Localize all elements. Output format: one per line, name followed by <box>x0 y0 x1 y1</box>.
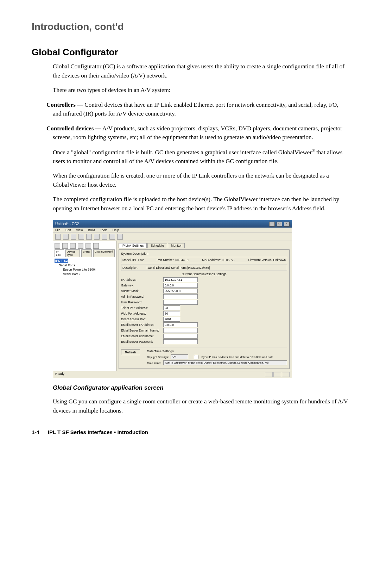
menu-view[interactable]: View <box>76 228 83 232</box>
toolbar-icon[interactable] <box>71 234 76 240</box>
sync-checkbox[interactable] <box>194 355 198 359</box>
close-icon[interactable]: × <box>284 222 290 227</box>
paragraph: The completed configuration file is uplo… <box>53 195 348 213</box>
toolbar-icon[interactable] <box>78 234 84 240</box>
paragraph: There are two types of devices in an A/V… <box>53 86 348 95</box>
gc-screenshot: Untitled* - GC2 _ □ × File Edit View Bui… <box>53 220 292 378</box>
toolbar-icon[interactable] <box>55 234 61 240</box>
menu-edit[interactable]: Edit <box>65 228 71 232</box>
direct-port-field[interactable]: 2001 <box>163 317 180 322</box>
status-text: Ready <box>55 372 64 377</box>
direct-port-label: Direct Access Port: <box>121 317 163 321</box>
subnet-label: Subnet Mask: <box>121 289 163 293</box>
closing-content: Using GC you can configure a single room… <box>53 397 348 415</box>
left-toolbar-icon[interactable] <box>93 243 99 249</box>
daylight-select[interactable]: Off <box>171 354 188 359</box>
window-buttons: _ □ × <box>268 221 290 227</box>
subnet-field[interactable]: 255.255.0.0 <box>163 289 198 293</box>
user-pw-label: User Password: <box>121 301 163 304</box>
ip-label: IP Address: <box>121 278 163 281</box>
left-tabs: IP Link Device Type Brand GlobalViewer® <box>55 249 115 257</box>
window-titlebar: Untitled* - GC2 _ □ × <box>53 220 292 228</box>
menu-tools[interactable]: Tools <box>100 228 107 232</box>
comm-settings-header: Current Communications Settings <box>121 272 287 276</box>
toolbar-icon[interactable] <box>86 234 92 240</box>
maximize-icon[interactable]: □ <box>277 222 282 227</box>
admin-pw-field[interactable] <box>163 294 198 299</box>
paragraph: Once a "global" configuration file is bu… <box>53 148 348 166</box>
left-toolbar-icon[interactable] <box>55 243 60 249</box>
page-number: 1-4 <box>32 429 39 435</box>
left-toolbar-icon[interactable] <box>86 243 91 249</box>
paragraph: Using GC you can configure a single room… <box>53 397 348 415</box>
tab-brand[interactable]: Brand <box>81 249 91 257</box>
telnet-field[interactable]: 23 <box>163 305 180 310</box>
ip-field[interactable]: 10.13.197.61 <box>163 277 198 282</box>
right-panel: IP Link Settings Schedule Monitor System… <box>116 241 292 371</box>
minimize-icon[interactable]: _ <box>269 222 275 227</box>
intro-content: Global Configurator (GC) is a software a… <box>53 62 348 213</box>
email-ip-label: EMail Server IP Address: <box>121 323 163 327</box>
menu-build[interactable]: Build <box>88 228 95 232</box>
menu-help[interactable]: Help <box>113 228 119 232</box>
toolbar-icon[interactable] <box>117 234 123 240</box>
telnet-label: Telnet Port Address: <box>121 306 163 310</box>
email-domain-field[interactable] <box>163 328 198 333</box>
toolbar <box>53 233 292 241</box>
device-tree: IPL T S2 Serial Ports Epson PowerLite 61… <box>55 259 115 276</box>
statusbar: Ready <box>53 371 292 378</box>
tab-monitor[interactable]: Monitor <box>168 243 185 248</box>
tab-devicetype[interactable]: Device Type <box>65 249 80 257</box>
paragraph: Global Configurator (GC) is a software a… <box>53 62 348 80</box>
left-panel: IP Link Device Type Brand GlobalViewer® … <box>53 241 116 371</box>
timezone-label: Time Zone: <box>147 361 161 365</box>
web-port-label: Web Port Address: <box>121 312 163 315</box>
datetime-section: Refresh Date/Time Settings Daylight Savi… <box>121 347 287 366</box>
email-pw-label: EMail Server Password: <box>121 340 163 343</box>
sync-label: Sync IP Link device's time and date to P… <box>201 355 273 359</box>
tree-item[interactable]: Serial Ports <box>59 263 115 268</box>
gateway-field[interactable]: 0.0.0.0 <box>163 283 198 288</box>
web-port-field[interactable]: 80 <box>163 311 180 316</box>
tab-globalviewer[interactable]: GlobalViewer® <box>93 249 115 257</box>
toolbar-icon[interactable] <box>102 234 107 240</box>
tree-item[interactable]: Serial Port 2 <box>63 272 115 277</box>
email-pw-field[interactable] <box>163 339 198 344</box>
footer-text: IPL T SF Series Interfaces • Introductio… <box>48 429 148 435</box>
menu-file[interactable]: File <box>55 228 61 232</box>
definition-controllers: Controllers — Control devices that have … <box>53 100 348 118</box>
tree-item[interactable]: Epson PowerLite 6100i <box>63 267 115 272</box>
left-toolbar-icon[interactable] <box>78 243 83 249</box>
email-ip-field[interactable]: 0.0.0.0 <box>163 322 198 327</box>
settings-panel: System Description Model: IPL T S2 Part … <box>119 249 290 369</box>
toolbar-icon[interactable] <box>63 234 69 240</box>
left-toolbar-icon[interactable] <box>62 243 68 249</box>
definition-controlled-devices: Controlled devices — A/V products, such … <box>53 124 348 142</box>
tab-iplink-settings[interactable]: IP Link Settings <box>119 243 147 248</box>
daylight-label: Daylight Savings: <box>147 355 169 359</box>
toolbar-icon[interactable] <box>109 234 115 240</box>
definition-body: Control devices that have an IP Link ena… <box>53 101 338 117</box>
user-pw-field[interactable] <box>163 300 198 305</box>
device-desc-row: Description: Two Bi-Directional Serial P… <box>121 265 287 271</box>
chapter-title: Introduction, cont'd <box>32 21 348 36</box>
device-info-row: Model: IPL T S2 Part Number: 60-544-01 M… <box>121 257 287 263</box>
menubar: File Edit View Build Tools Help <box>53 228 292 233</box>
left-toolbar-icon[interactable] <box>70 243 76 249</box>
section-title: Global Configurator <box>32 47 348 58</box>
timezone-select[interactable]: (GMT) Greenwich Mean Time: Dublin, Edinb… <box>163 360 287 365</box>
tab-schedule[interactable]: Schedule <box>147 243 167 248</box>
toolbar-icon[interactable] <box>94 234 100 240</box>
term: Controllers — <box>46 101 83 108</box>
right-tabs: IP Link Settings Schedule Monitor <box>119 243 290 248</box>
refresh-button[interactable]: Refresh <box>121 349 140 355</box>
system-description-label: System Description <box>121 252 287 255</box>
registered-mark: ® <box>312 148 315 153</box>
email-user-field[interactable] <box>163 334 198 339</box>
term: Controlled devices — <box>46 125 101 132</box>
page-footer: 1-4 IPL T SF Series Interfaces • Introdu… <box>32 429 348 435</box>
figure-caption: Global Configurator application screen <box>53 384 348 391</box>
tab-iplink[interactable]: IP Link <box>55 249 64 257</box>
tree-root[interactable]: IPL T S2 <box>55 259 68 263</box>
admin-pw-label: Admin Password: <box>121 295 163 298</box>
